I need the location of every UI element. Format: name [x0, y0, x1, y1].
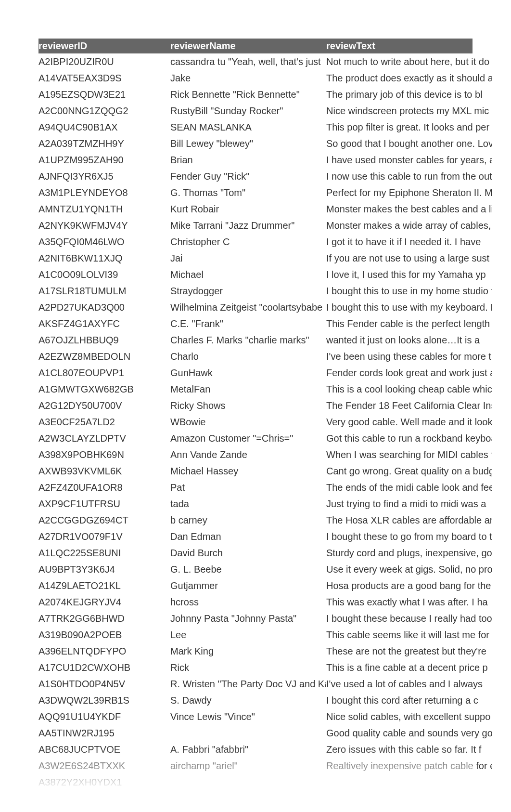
cell-reviewername: S. Dawdy [170, 692, 326, 708]
cell-reviewerid: A398X9POBHK69N [38, 446, 170, 463]
table-row: A7TRK2GG6BHWDJohnny Pasta "Johnny Pasta"… [38, 610, 473, 627]
cell-reviewerid: A67OJZLHBBUQ9 [38, 332, 170, 348]
cell-reviewername: Brian [170, 152, 326, 168]
cell-reviewername: WBowie [170, 414, 326, 430]
cell-reviewerid: A2FZ4Z0UFA1OR8 [38, 479, 170, 496]
table-row: A14VAT5EAX3D9SJakeThe product does exact… [38, 70, 473, 86]
table-row: A27DR1VO079F1VDan EdmanI bought these to… [38, 528, 473, 545]
table-row: AXP9CF1UTFRSUtadaJust trying to find a m… [38, 496, 473, 512]
cell-reviewername: Amazon Customer "=Chris=" [170, 430, 326, 446]
cell-reviewerid: AJNFQI3YR6XJ5 [38, 168, 170, 184]
cell-reviewername: Wilhelmina Zeitgeist "coolartsybabe [170, 299, 326, 315]
table-row: A17CU1D2CWXOHBRickThis is a fine cable a… [38, 659, 473, 676]
cell-reviewerid: A2EZWZ8MBEDOLN [38, 348, 170, 365]
cell-reviewerid: A2CCGGDGZ694CT [38, 512, 170, 528]
cell-reviewtext: I love it, I used this for my Yamaha yp [326, 266, 492, 283]
cell-reviewtext: Cant go wrong. Great quality on a budg [326, 463, 492, 479]
table-row: AKSFZ4G1AXYFCC.E. "Frank"This Fender cab… [38, 315, 473, 332]
cell-reviewername: Lee [170, 627, 326, 643]
cell-reviewtext: So good that I bought another one. Lov [326, 135, 492, 152]
cell-reviewtext: This cable seems like it will last me fo… [326, 627, 492, 643]
table-row: A2074KEJGRYJV4hcrossThis was exactly wha… [38, 594, 473, 610]
cell-reviewerid: A35QFQI0M46LWO [38, 234, 170, 250]
cell-reviewername: Gutjammer [170, 577, 326, 594]
cell-reviewerid: A319B090A2POEB [38, 627, 170, 643]
cell-reviewerid: A1LQC225SE8UNI [38, 545, 170, 561]
cell-reviewername: Jake [170, 70, 326, 86]
cell-reviewtext: I got it to have it if I needed it. I ha… [326, 234, 492, 250]
table-row: A2CCGGDGZ694CTb carneyThe Hosa XLR cable… [38, 512, 473, 528]
table-row: A35QFQI0M46LWOChristopher CI got it to h… [38, 234, 473, 250]
cell-reviewername: Vince Lewis "Vince" [170, 708, 326, 725]
table-row: AXWB93VKVML6KMichael HasseyCant go wrong… [38, 463, 473, 479]
cell-reviewerid: AXP9CF1UTFRSU [38, 496, 170, 512]
table-row: A1CL807EOUPVP1GunHawkFender cords look g… [38, 365, 473, 381]
cell-reviewername: C.E. "Frank" [170, 315, 326, 332]
cell-reviewername: GunHawk [170, 365, 326, 381]
table-row: A3DWQW2L39RB1SS. DawdyI bought this cord… [38, 692, 473, 708]
cell-reviewername: Michael [170, 266, 326, 283]
cell-reviewtext: Use it every week at gigs. Solid, no pro [326, 561, 492, 577]
table-row: A2A039TZMZHH9YBill Lewey "blewey"So good… [38, 135, 473, 152]
cell-reviewerid: A3W2E6S24BTXXK [38, 758, 170, 774]
cell-reviewername: G. Thomas "Tom" [170, 184, 326, 201]
cell-reviewerid: A17CU1D2CWXOHB [38, 659, 170, 676]
cell-reviewername: cassandra tu "Yeah, well, that's just [170, 53, 326, 70]
cell-reviewerid: A1UPZM995ZAH90 [38, 152, 170, 168]
cell-reviewtext: Very good cable. Well made and it looks [326, 414, 492, 430]
table-row: A195EZSQDW3E21Rick Bennette "Rick Bennet… [38, 86, 473, 103]
cell-reviewerid: A94QU4C90B1AX [38, 119, 170, 135]
table-row: A2IBPI20UZIR0Ucassandra tu "Yeah, well, … [38, 53, 473, 70]
table-row: AA5TINW2RJ195Good quality cable and soun… [38, 725, 473, 741]
cell-reviewername: Ricky Shows [170, 397, 326, 414]
cell-reviewtext: I bought this cord after returning a c [326, 692, 492, 708]
cell-reviewerid: AQQ91U1U4YKDF [38, 708, 170, 725]
cell-reviewerid: A2074KEJGRYJV4 [38, 594, 170, 610]
reviews-table: reviewerID reviewerName reviewText A2IBP… [38, 39, 473, 790]
cell-reviewername: SEAN MASLANKA [170, 119, 326, 135]
cell-reviewtext: This was exactly what I was after. I ha [326, 594, 492, 610]
cell-reviewername: G. L. Beebe [170, 561, 326, 577]
cell-reviewtext: The ends of the midi cable look and fee [326, 479, 492, 496]
cell-reviewerid: A3DWQW2L39RB1S [38, 692, 170, 708]
cell-reviewerid: A1C0O09LOLVI39 [38, 266, 170, 283]
cell-reviewername: Bill Lewey "blewey" [170, 135, 326, 152]
cell-reviewerid: A1GMWTGXW682GB [38, 381, 170, 397]
cell-reviewerid: A1CL807EOUPVP1 [38, 365, 170, 381]
cell-reviewtext: Sturdy cord and plugs, inexpensive, goo [326, 545, 492, 561]
table-row: A3872Y2XH0YDX1 [38, 774, 473, 790]
cell-reviewtext: If you are not use to using a large sust [326, 250, 492, 266]
table-row: A2EZWZ8MBEDOLNCharloI've been using thes… [38, 348, 473, 365]
table-row: A319B090A2POEBLeeThis cable seems like i… [38, 627, 473, 643]
cell-reviewtext: I've used a lot of cables and I always [326, 676, 492, 692]
cell-reviewtext: I bought these because I really had too [326, 610, 492, 627]
table-row: A396ELNTQDFYPOMark KingThese are not the… [38, 643, 473, 659]
cell-reviewername: Kurt Robair [170, 201, 326, 217]
cell-reviewerid: AA5TINW2RJ195 [38, 725, 170, 741]
cell-reviewtext: The product does exactly as it should an [326, 70, 492, 86]
table-row: A1C0O09LOLVI39MichaelI love it, I used t… [38, 266, 473, 283]
cell-reviewtext: Nice windscreen protects my MXL mic a [326, 103, 492, 119]
cell-reviewername [170, 774, 326, 790]
table-row: A1UPZM995ZAH90BrianI have used monster c… [38, 152, 473, 168]
header-reviewername: reviewerName [170, 39, 326, 53]
table-row: A2PD27UKAD3Q00Wilhelmina Zeitgeist "cool… [38, 299, 473, 315]
cell-reviewerid: A17SLR18TUMULM [38, 283, 170, 299]
table-row: A14Z9LAETO21KLGutjammerHosa products are… [38, 577, 473, 594]
table-row: A3M1PLEYNDEYO8G. Thomas "Tom"Perfect for… [38, 184, 473, 201]
cell-reviewtext: The Fender 18 Feet California Clear Inst [326, 397, 492, 414]
cell-reviewername: Johnny Pasta "Johnny Pasta" [170, 610, 326, 627]
cell-reviewtext: I've been using these cables for more th [326, 348, 492, 365]
table-row: A2C00NNG1ZQQG2RustyBill "Sunday Rocker"N… [38, 103, 473, 119]
header-reviewtext: reviewText [326, 39, 492, 53]
cell-reviewerid: A195EZSQDW3E21 [38, 86, 170, 103]
cell-reviewername: RustyBill "Sunday Rocker" [170, 103, 326, 119]
table-row: A17SLR18TUMULMStraydoggerI bought this t… [38, 283, 473, 299]
table-body: A2IBPI20UZIR0Ucassandra tu "Yeah, well, … [38, 53, 473, 790]
cell-reviewerid: A2NIT6BKW11XJQ [38, 250, 170, 266]
table-row: A67OJZLHBBUQ9Charles F. Marks "charlie m… [38, 332, 473, 348]
cell-reviewername: Mike Tarrani "Jazz Drummer" [170, 217, 326, 234]
cell-reviewerid: AKSFZ4G1AXYFC [38, 315, 170, 332]
cell-reviewtext: Monster makes the best cables and a lif [326, 201, 492, 217]
table-row: AU9BPT3Y3K6J4G. L. BeebeUse it every wee… [38, 561, 473, 577]
